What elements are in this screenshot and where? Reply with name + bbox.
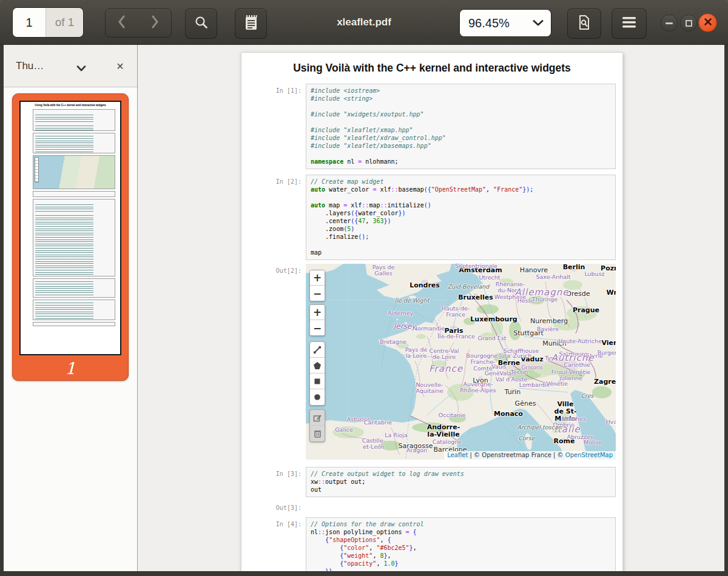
map-label: Hanovre	[520, 267, 548, 274]
map-label: Styrie	[586, 353, 603, 359]
code-cell[interactable]: // Options for the draw controlnl::json …	[306, 517, 616, 571]
thumbnail-mini-cell	[33, 300, 115, 320]
edit-icon	[313, 414, 322, 422]
notebook-cell-out3: Out[3]:	[241, 501, 622, 511]
code-content: #include <iostream>#include <string> #in…	[311, 87, 612, 166]
map-label: Genève	[485, 370, 507, 377]
leaflet-attribution-link[interactable]: Leaflet	[447, 452, 468, 458]
map-label: Abruzzes	[567, 434, 593, 440]
map-label: Bretagne	[380, 339, 406, 345]
delete-layers-button[interactable]	[310, 426, 325, 441]
zoom-level-dropdown[interactable]: 96.45%	[459, 9, 551, 37]
map-label: Bruxelles	[458, 294, 493, 301]
code-cell[interactable]: // Create map widgetauto water_color = x…	[306, 175, 616, 260]
map-label: Paris	[445, 327, 463, 335]
polyline-icon	[313, 346, 322, 354]
map-zoom-control-1: + −	[309, 270, 325, 301]
polygon-icon	[313, 361, 322, 370]
annotations-button[interactable]	[235, 8, 267, 39]
zoom-out-button[interactable]: −	[310, 320, 325, 335]
next-page-button[interactable]	[138, 9, 171, 37]
map-label: Marches	[562, 416, 586, 422]
chevron-down-icon	[533, 18, 544, 28]
map-label: Ville de St- Marin	[554, 401, 577, 423]
map-label: Hva	[606, 419, 616, 425]
menu-button[interactable]	[612, 8, 647, 39]
document-properties-button[interactable]	[567, 8, 601, 39]
previous-page-button[interactable]	[106, 9, 138, 37]
map-label: Zurich	[513, 353, 531, 359]
rectangle-icon	[313, 377, 322, 386]
sidebar-panel-title[interactable]: Thu…	[16, 60, 56, 72]
draw-polygon-button[interactable]	[310, 358, 325, 373]
code-cell[interactable]: #include <iostream>#include <string> #in…	[306, 84, 616, 169]
edit-layers-button[interactable]	[310, 410, 325, 426]
sidebar-header: Thu… ✕	[4, 45, 137, 87]
zoom-in-button[interactable]: +	[310, 305, 325, 320]
search-button[interactable]	[185, 8, 217, 39]
map-draw-toolbar	[309, 341, 325, 406]
cell-prompt: Out[3]:	[241, 501, 306, 511]
close-button[interactable]	[698, 13, 717, 32]
zoom-out-button[interactable]: −	[310, 286, 325, 301]
draw-polyline-button[interactable]	[310, 342, 325, 358]
close-icon	[704, 18, 712, 28]
minimize-icon	[666, 22, 673, 24]
map-label: Wro	[607, 289, 616, 296]
chevron-down-icon[interactable]	[76, 63, 86, 74]
page-number-input[interactable]: 1	[13, 8, 46, 37]
map-label: Lombardie	[519, 382, 550, 388]
thumbnail-mini-cell	[33, 133, 115, 153]
trash-icon	[314, 429, 322, 438]
thumbnails-sidebar: Thu… ✕ Using Voilà with the C++ kernel a…	[4, 45, 137, 571]
thumbnail-list: Using Voilà with the C++ kernel and inte…	[4, 87, 137, 571]
map-label: Frioul-Vénétie julienne	[551, 369, 590, 382]
draw-rectangle-button[interactable]	[310, 373, 325, 389]
map-label: Nouvelle- Aquitaine	[416, 382, 443, 395]
map-label: Tyrol	[545, 355, 558, 361]
osm-attribution-link[interactable]: OpenStreetMap	[565, 452, 613, 458]
map-label: Alderney	[388, 310, 413, 316]
map-label: Bavière	[537, 326, 559, 332]
page-thumbnail-selected[interactable]: Using Voilà with the C++ kernel and inte…	[12, 93, 129, 381]
map-label: Allemagne	[515, 287, 569, 297]
thumbnail-mini-title: Using Voilà with the C++ kernel and inte…	[21, 104, 120, 107]
thumbnail-mini-cell	[33, 322, 115, 326]
toolbar: xleaflet.pdf 1 of 1	[0, 0, 728, 45]
code-content: // Create output widget to log draw even…	[311, 470, 612, 494]
sidebar-close-icon[interactable]: ✕	[113, 59, 127, 73]
map-label: Stuttgart	[513, 330, 543, 337]
document-preview-icon	[577, 14, 592, 33]
map-label: Rome	[554, 438, 575, 445]
page-navigation-group	[105, 8, 172, 38]
document-canvas[interactable]: Using Voilà with the C++ kernel and inte…	[138, 45, 724, 571]
minimize-button[interactable]	[661, 15, 678, 32]
map-label: Occitanie	[439, 412, 466, 418]
map-label: Saxe-Anhalt	[536, 274, 571, 280]
map-widget[interactable]: LondresAmsterdamBerlinBruxellesLuxembour…	[306, 264, 616, 460]
map-label: Monaco	[494, 410, 523, 418]
notepad-icon	[244, 15, 258, 33]
maximize-button[interactable]	[680, 15, 697, 32]
thumbnail-mini-map	[33, 155, 115, 189]
map-label: Cres	[581, 393, 593, 399]
map-label: Hesse	[517, 298, 535, 304]
map-label: Berne	[498, 360, 521, 367]
map-label: Île-de-France	[437, 333, 475, 340]
main-area: Thu… ✕ Using Voilà with the C++ kernel a…	[4, 45, 724, 571]
map-attribution: Leaflet | © Openstreetmap France | © Ope…	[444, 451, 616, 460]
code-content: // Create map widgetauto water_color = x…	[311, 178, 612, 256]
map-label: Lubusz	[584, 271, 604, 277]
thumbnail-mini-cell	[33, 199, 115, 276]
code-cell[interactable]: // Create output widget to log draw even…	[306, 467, 616, 497]
map-label: Archipel toscan	[517, 424, 561, 430]
map-label: France	[429, 364, 463, 373]
map-label: Cantabrie	[364, 420, 392, 426]
notebook-cell-in4: In [4]: // Options for the draw controln…	[241, 517, 622, 571]
map-label: Turin	[505, 389, 521, 396]
draw-circle-button[interactable]	[310, 389, 325, 405]
map-label: Vaud	[491, 364, 506, 370]
chevron-left-icon	[118, 15, 126, 31]
cell-prompt: In [4]:	[241, 517, 306, 527]
zoom-in-button[interactable]: +	[310, 270, 325, 286]
